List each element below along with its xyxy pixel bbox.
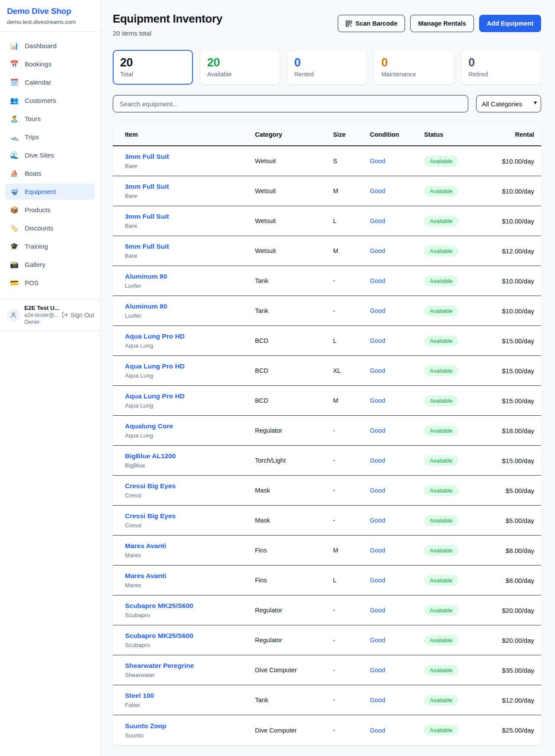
table-row: Mares Avanti Mares Fins L Good Available…: [113, 565, 541, 595]
sidebar-item-customers[interactable]: 👥 Customers: [5, 92, 95, 108]
item-name-link[interactable]: BigBlue AL1200: [125, 452, 255, 460]
size-cell: L: [333, 217, 370, 224]
status-badge: Available: [424, 545, 458, 556]
item-name-link[interactable]: Aluminum 80: [125, 273, 255, 280]
table-row: Shearwater Peregrine Shearwater Dive Com…: [113, 655, 541, 685]
item-name-link[interactable]: Aqua Lung Pro HD: [125, 392, 255, 400]
condition-link[interactable]: Good: [370, 637, 424, 644]
sidebar-item-dashboard[interactable]: 📊 Dashboard: [5, 38, 95, 54]
column-header-category: Category: [255, 131, 333, 138]
condition-link[interactable]: Good: [370, 577, 424, 584]
condition-link[interactable]: Good: [370, 337, 424, 344]
item-brand: Bare: [125, 193, 255, 199]
sidebar-item-tours[interactable]: 🏝️ Tours: [5, 111, 95, 127]
status-cell: Available: [424, 485, 494, 496]
condition-link[interactable]: Good: [370, 487, 424, 494]
sidebar-item-boats[interactable]: ⛵ Boats: [5, 165, 95, 181]
item-brand: Bare: [125, 253, 255, 259]
condition-link[interactable]: Good: [370, 607, 424, 614]
condition-link[interactable]: Good: [370, 247, 424, 254]
tag-icon: 🏷️: [10, 224, 19, 232]
status-cell: Available: [424, 635, 494, 646]
item-name-link[interactable]: 5mm Full Suit: [125, 243, 255, 250]
sidebar-item-products[interactable]: 📦 Products: [5, 202, 95, 218]
item-name-link[interactable]: Steel 100: [125, 692, 255, 700]
sidebar-item-equipment[interactable]: 🤿 Equipment: [5, 184, 95, 200]
sidebar-item-pos[interactable]: 💳 POS: [5, 275, 95, 291]
item-name-link[interactable]: 3mm Full Suit: [125, 213, 255, 220]
item-cell: Suunto Zoop Suunto: [125, 722, 255, 739]
sign-out-button[interactable]: Sign Out: [62, 312, 94, 319]
column-header-status: Status: [424, 131, 494, 138]
condition-link[interactable]: Good: [370, 187, 424, 194]
item-name-link[interactable]: Aqualung Core: [125, 422, 255, 430]
item-name-link[interactable]: Suunto Zoop: [125, 722, 255, 730]
status-badge: Available: [424, 306, 458, 316]
item-cell: Scubapro MK25/S600 Scubapro: [125, 602, 255, 618]
item-brand: Aqua Lung: [125, 402, 255, 409]
condition-link[interactable]: Good: [370, 667, 424, 674]
sidebar-item-bookings[interactable]: 📅 Bookings: [5, 56, 95, 72]
sidebar-item-calendar[interactable]: 🗓️ Calendar: [5, 74, 95, 90]
stat-card-maintenance[interactable]: 0 Maintenance: [374, 50, 454, 85]
sidebar-item-training[interactable]: 🎓 Training: [5, 238, 95, 254]
item-name-link[interactable]: Scubapro MK25/S600: [125, 602, 255, 610]
category-cell: Wetsuit: [255, 158, 333, 164]
sidebar-item-discounts[interactable]: 🏷️ Discounts: [5, 220, 95, 236]
item-name-link[interactable]: Scubapro MK25/S600: [125, 632, 255, 640]
stat-card-total[interactable]: 20 Total: [113, 50, 193, 85]
category-cell: Wetsuit: [255, 187, 333, 194]
item-cell: Shearwater Peregrine Shearwater: [125, 662, 255, 678]
table-row: 3mm Full Suit Bare Wetsuit L Good Availa…: [113, 206, 541, 236]
condition-link[interactable]: Good: [370, 158, 424, 164]
brand-block: Demo Dive Shop demo.test.divestreams.com: [0, 0, 100, 32]
add-equipment-button[interactable]: Add Equipment: [479, 15, 541, 32]
diving-mask-icon: 🤿: [10, 187, 19, 196]
size-cell: M: [333, 187, 370, 194]
status-badge: Available: [424, 515, 458, 526]
condition-link[interactable]: Good: [370, 697, 424, 703]
condition-link[interactable]: Good: [370, 517, 424, 524]
condition-link[interactable]: Good: [370, 277, 424, 284]
user-role: Owner: [24, 319, 57, 325]
sidebar-item-trips[interactable]: 🛥️ Trips: [5, 129, 95, 145]
size-cell: -: [333, 487, 370, 494]
item-name-link[interactable]: 3mm Full Suit: [125, 183, 255, 191]
condition-link[interactable]: Good: [370, 727, 424, 734]
condition-link[interactable]: Good: [370, 397, 424, 404]
item-name-link[interactable]: Cressi Big Eyes: [125, 512, 255, 520]
item-name-link[interactable]: Shearwater Peregrine: [125, 662, 255, 670]
condition-link[interactable]: Good: [370, 457, 424, 464]
rental-price: $5.00/day: [494, 487, 534, 494]
status-badge: Available: [424, 186, 458, 197]
item-name-link[interactable]: Mares Avanti: [125, 542, 255, 550]
package-icon: 📦: [10, 206, 19, 214]
item-name-link[interactable]: Aqua Lung Pro HD: [125, 332, 255, 340]
category-cell: BCD: [255, 397, 333, 404]
stat-card-rented[interactable]: 0 Rented: [287, 50, 367, 85]
condition-link[interactable]: Good: [370, 307, 424, 314]
item-brand: BigBlue: [125, 462, 255, 469]
item-brand: Aqua Lung: [125, 432, 255, 439]
search-input[interactable]: [113, 95, 468, 112]
item-name-link[interactable]: Cressi Big Eyes: [125, 482, 255, 490]
item-name-link[interactable]: Mares Avanti: [125, 572, 255, 580]
condition-link[interactable]: Good: [370, 367, 424, 374]
stat-card-available[interactable]: 20 Available: [200, 50, 280, 85]
stat-card-retired[interactable]: 0 Retired: [461, 50, 541, 85]
item-cell: 3mm Full Suit Bare: [125, 213, 255, 229]
item-name-link[interactable]: 3mm Full Suit: [125, 153, 255, 161]
manage-rentals-button[interactable]: Manage Rentals: [410, 15, 473, 32]
item-name-link[interactable]: Aluminum 80: [125, 302, 255, 310]
item-brand: Faber: [125, 702, 255, 708]
sidebar-item-gallery[interactable]: 📸 Gallery: [5, 256, 95, 273]
condition-link[interactable]: Good: [370, 547, 424, 554]
scan-barcode-button[interactable]: Scan Barcode: [338, 15, 405, 32]
category-select[interactable]: All Categories: [476, 95, 541, 112]
item-name-link[interactable]: Aqua Lung Pro HD: [125, 362, 255, 370]
condition-link[interactable]: Good: [370, 427, 424, 434]
size-cell: M: [333, 547, 370, 554]
condition-link[interactable]: Good: [370, 217, 424, 224]
page-title: Equipment Inventory: [113, 12, 222, 26]
sidebar-item-dive-sites[interactable]: 🌊 Dive Sites: [5, 147, 95, 163]
